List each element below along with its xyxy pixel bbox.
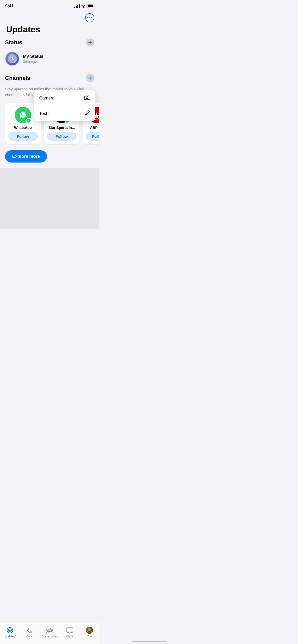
status-time: 9:41 bbox=[5, 4, 14, 9]
explore-more-button[interactable]: Explore more bbox=[5, 150, 47, 163]
gray-content-area bbox=[0, 168, 99, 229]
signal-icon bbox=[74, 4, 80, 8]
dropdown-menu: Camera Text bbox=[34, 90, 95, 121]
status-bar: 9:41 bbox=[0, 0, 99, 11]
abpnews-follow-button[interactable]: Follo bbox=[86, 132, 99, 141]
whatsapp-logo-svg bbox=[18, 110, 28, 120]
whatsapp-follow-button[interactable]: Follow bbox=[8, 132, 38, 141]
my-status-time-text: 36m ag bbox=[23, 60, 35, 64]
more-dots-icon bbox=[87, 17, 92, 18]
dropdown-camera-item[interactable]: Camera bbox=[34, 90, 95, 106]
status-icons bbox=[74, 4, 94, 8]
whatsapp-verified-badge bbox=[26, 118, 31, 123]
page-title: Updates bbox=[5, 24, 94, 34]
my-status-time: 36m ago bbox=[23, 60, 43, 64]
svg-rect-2 bbox=[88, 5, 93, 7]
header-area: Updates bbox=[0, 11, 99, 34]
camera-label: Camera bbox=[39, 96, 55, 101]
starsports-follow-button[interactable]: Follow bbox=[47, 132, 76, 141]
whatsapp-channel-name: WhatsApp bbox=[14, 126, 32, 130]
status-section-header: Status bbox=[0, 34, 99, 50]
dropdown-text-item[interactable]: Text bbox=[34, 106, 95, 121]
wifi-icon bbox=[81, 5, 86, 8]
my-status-item[interactable]: My Status 36m ago bbox=[0, 50, 99, 70]
my-status-text-area: My Status 36m ago bbox=[23, 54, 43, 64]
plus-icon bbox=[88, 76, 92, 80]
whatsapp-logo bbox=[15, 107, 31, 123]
clock-icon bbox=[8, 54, 17, 63]
plus-icon bbox=[88, 40, 92, 45]
my-status-name: My Status bbox=[23, 54, 43, 59]
abpnews-channel-name: ABP Ne bbox=[90, 126, 99, 130]
add-status-button[interactable] bbox=[86, 38, 94, 47]
svg-text:abp: abp bbox=[95, 119, 98, 121]
my-status-avatar bbox=[5, 52, 19, 66]
clock-face-svg bbox=[8, 54, 17, 64]
pencil-icon bbox=[85, 110, 90, 117]
channels-section-title: Channels bbox=[5, 75, 30, 81]
more-options-button[interactable] bbox=[85, 13, 94, 22]
svg-point-0 bbox=[83, 7, 84, 8]
svg-point-14 bbox=[86, 97, 88, 99]
camera-icon bbox=[84, 94, 90, 102]
starsports-channel-name: Star Sports In... bbox=[48, 126, 75, 130]
text-label: Text bbox=[39, 111, 47, 116]
battery-icon bbox=[87, 4, 94, 8]
my-status-name-text: My Sta bbox=[23, 54, 37, 59]
status-section-title: Status bbox=[5, 39, 22, 46]
channels-section-header: Channels bbox=[0, 70, 99, 85]
add-channel-button[interactable] bbox=[86, 74, 94, 82]
